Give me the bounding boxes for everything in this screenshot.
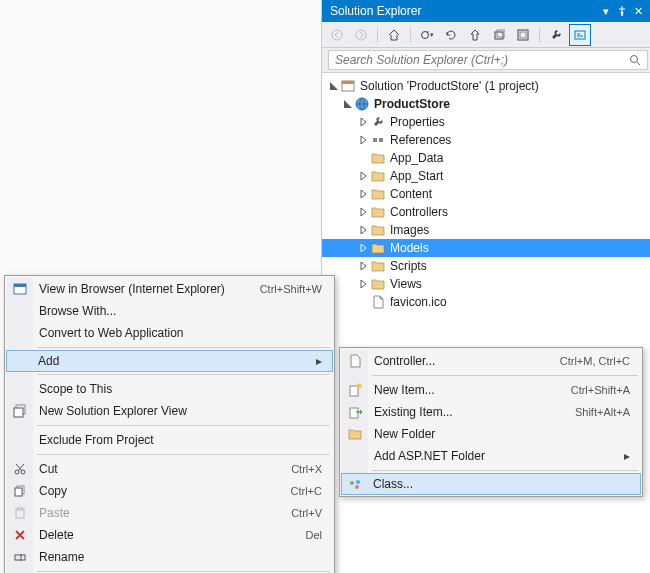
- folder-icon: [346, 425, 364, 443]
- menu-shortcut: Ctrl+Shift+W: [260, 283, 322, 295]
- menu-scope[interactable]: Scope to This: [7, 378, 332, 400]
- search-input[interactable]: [328, 50, 648, 70]
- tree-item-controllers[interactable]: Controllers: [322, 203, 650, 221]
- submenu-new-folder[interactable]: New Folder: [342, 423, 640, 445]
- submenu-aspnet-folder[interactable]: Add ASP.NET Folder▸: [342, 445, 640, 467]
- svg-rect-7: [575, 31, 585, 39]
- tree-item-label: App_Start: [390, 169, 443, 183]
- expander-icon[interactable]: [358, 136, 370, 144]
- dropdown-icon[interactable]: ▾: [598, 3, 614, 19]
- svg-point-28: [350, 481, 354, 485]
- home-icon[interactable]: [383, 24, 405, 46]
- submenu-new-item[interactable]: New Item...Ctrl+Shift+A: [342, 379, 640, 401]
- tree-item-models[interactable]: Models: [322, 239, 650, 257]
- menu-separator: [37, 454, 330, 455]
- folder-icon: [370, 276, 386, 292]
- folder-icon: [370, 168, 386, 184]
- tree-item-views[interactable]: Views: [322, 275, 650, 293]
- search-icon[interactable]: [626, 54, 644, 66]
- submenu-existing-item[interactable]: Existing Item...Shift+Alt+A: [342, 401, 640, 423]
- sync-icon[interactable]: ▾: [416, 24, 438, 46]
- svg-rect-3: [495, 32, 503, 39]
- context-menu: View in Browser (Internet Explorer) Ctrl…: [4, 275, 335, 573]
- menu-label: Class...: [373, 477, 630, 491]
- expander-icon[interactable]: [358, 244, 370, 252]
- menu-shortcut: Ctrl+X: [291, 463, 322, 475]
- tree-item-appstart[interactable]: App_Start: [322, 167, 650, 185]
- forward-icon[interactable]: [350, 24, 372, 46]
- tree-item-content[interactable]: Content: [322, 185, 650, 203]
- expander-icon[interactable]: [358, 118, 370, 126]
- expander-icon[interactable]: [358, 280, 370, 288]
- menu-exclude[interactable]: Exclude From Project: [7, 429, 332, 451]
- svg-rect-21: [15, 488, 22, 496]
- expander-icon[interactable]: [358, 226, 370, 234]
- collapse-icon[interactable]: [464, 24, 486, 46]
- menu-label: Copy: [39, 484, 291, 498]
- submenu-controller[interactable]: Controller...Ctrl+M, Ctrl+C: [342, 350, 640, 372]
- svg-point-1: [356, 30, 366, 40]
- add-submenu: Controller...Ctrl+M, Ctrl+C New Item...C…: [339, 347, 643, 497]
- copy-icon: [11, 482, 29, 500]
- menu-rename[interactable]: Rename: [7, 546, 332, 568]
- show-all-icon[interactable]: [488, 24, 510, 46]
- tree-item-label: favicon.ico: [390, 295, 447, 309]
- tree-item-properties[interactable]: Properties: [322, 113, 650, 131]
- expander-icon[interactable]: [342, 100, 354, 108]
- menu-label: Browse With...: [39, 304, 322, 318]
- menu-new-view[interactable]: New Solution Explorer View: [7, 400, 332, 422]
- menu-add[interactable]: Add▸: [6, 350, 333, 372]
- panel-title: Solution Explorer: [330, 4, 421, 18]
- menu-convert[interactable]: Convert to Web Application: [7, 322, 332, 344]
- back-icon[interactable]: [326, 24, 348, 46]
- rename-icon: [11, 548, 29, 566]
- svg-rect-17: [14, 408, 23, 417]
- menu-label: Paste: [39, 506, 291, 520]
- tree-item-label: Properties: [390, 115, 445, 129]
- menu-copy[interactable]: CopyCtrl+C: [7, 480, 332, 502]
- menu-cut[interactable]: CutCtrl+X: [7, 458, 332, 480]
- expander-icon[interactable]: [358, 190, 370, 198]
- svg-rect-15: [14, 284, 26, 287]
- expander-icon[interactable]: [358, 262, 370, 270]
- menu-label: New Folder: [374, 427, 630, 441]
- solution-tree[interactable]: Solution 'ProductStore' (1 project) Prod…: [322, 73, 650, 573]
- menu-view-in-browser[interactable]: View in Browser (Internet Explorer) Ctrl…: [7, 278, 332, 300]
- menu-label: Add: [38, 354, 312, 368]
- submenu-class[interactable]: Class...: [341, 473, 641, 495]
- menu-shortcut: Ctrl+V: [291, 507, 322, 519]
- tree-item-images[interactable]: Images: [322, 221, 650, 239]
- refresh-icon[interactable]: [440, 24, 462, 46]
- tree-solution[interactable]: Solution 'ProductStore' (1 project): [322, 77, 650, 95]
- pin-icon[interactable]: [614, 3, 630, 19]
- menu-label: View in Browser (Internet Explorer): [39, 282, 260, 296]
- expander-icon[interactable]: [358, 172, 370, 180]
- expander-icon[interactable]: [328, 82, 340, 90]
- tree-item-scripts[interactable]: Scripts: [322, 257, 650, 275]
- menu-delete[interactable]: DeleteDel: [7, 524, 332, 546]
- tree-item-label: Models: [390, 241, 429, 255]
- folder-icon: [370, 150, 386, 166]
- properties-icon[interactable]: [512, 24, 534, 46]
- menu-browse-with[interactable]: Browse With...: [7, 300, 332, 322]
- svg-point-8: [631, 56, 638, 63]
- folder-icon: [370, 222, 386, 238]
- close-icon[interactable]: ✕: [630, 3, 646, 19]
- controller-icon: [346, 352, 364, 370]
- preview-icon[interactable]: [569, 24, 591, 46]
- svg-rect-13: [379, 138, 383, 142]
- expander-icon[interactable]: [358, 208, 370, 216]
- tree-item-favicon[interactable]: favicon.ico: [322, 293, 650, 311]
- folder-icon: [370, 186, 386, 202]
- tree-project[interactable]: ProductStore: [322, 95, 650, 113]
- menu-shortcut: Del: [305, 529, 322, 541]
- wrench-icon[interactable]: [545, 24, 567, 46]
- tree-item-label: Images: [390, 223, 429, 237]
- menu-shortcut: Shift+Alt+A: [575, 406, 630, 418]
- solution-label: Solution 'ProductStore' (1 project): [360, 79, 539, 93]
- panel-toolbar: ▾: [322, 22, 650, 48]
- paste-icon: [11, 504, 29, 522]
- menu-label: New Solution Explorer View: [39, 404, 322, 418]
- tree-item-appdata[interactable]: App_Data: [322, 149, 650, 167]
- tree-item-references[interactable]: References: [322, 131, 650, 149]
